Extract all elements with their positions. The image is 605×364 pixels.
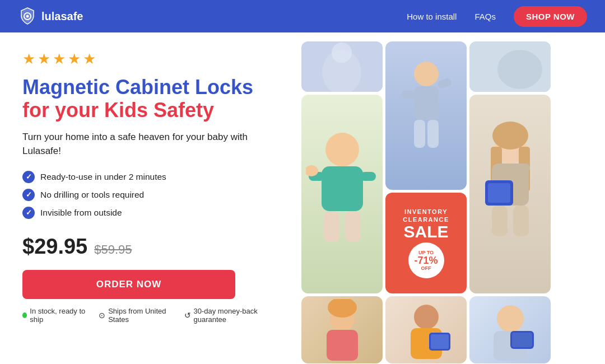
in-stock-label: In stock, ready to ship [30,307,89,324]
check-icon-3 [22,207,35,219]
ship-icon: ⊙ [99,311,105,320]
svg-rect-29 [513,206,529,236]
in-stock-badge: In stock, ready to ship [22,307,89,324]
svg-rect-9 [414,120,425,148]
sale-off: OFF [421,265,431,271]
svg-rect-6 [414,86,439,120]
sale-discount: -71% [414,255,438,265]
svg-rect-16 [360,172,376,181]
header: lulasafe How to install FAQs SHOP NOW [0,0,605,32]
svg-point-1 [26,15,29,18]
svg-point-4 [332,43,352,63]
trust-badges: In stock, ready to ship ⊙ Ships from Uni… [22,307,274,324]
headline-line2: for your Kids Safety [22,99,214,122]
check-icon-1 [22,171,35,183]
svg-point-13 [325,133,359,166]
svg-rect-32 [327,330,358,361]
left-panel: ★ ★ ★ ★ ★ Magnetic Cabinet Locks for you… [0,32,297,364]
grid-cell-9 [469,296,551,363]
cell6-woman [474,119,547,270]
guarantee-badge: ↺ 30-day money-back guarantee [184,307,275,324]
ships-from-label: Ships from United States [108,307,174,324]
grid-cell-4 [301,95,383,293]
svg-rect-14 [322,166,363,211]
svg-point-5 [414,62,439,86]
star-1: ★ [22,50,35,68]
price-row: $29.95 $59.95 [22,235,274,259]
logo-text: lulasafe [41,10,83,23]
nav-faqs[interactable]: FAQs [474,12,496,21]
svg-rect-36 [431,334,449,349]
order-now-button[interactable]: ORDER NOW [22,270,235,299]
cell2-child [393,54,460,178]
cell1-placeholder [301,41,383,92]
svg-point-37 [497,305,524,332]
check-icon-2 [22,189,35,201]
guarantee-label: 30-day money-back guarantee [194,307,275,324]
grid-cell-1 [301,41,383,92]
cell3-placeholder [469,41,551,92]
svg-rect-17 [324,211,339,242]
sale-main-label: SALE [403,223,448,240]
price-current: $29.95 [22,235,87,259]
features-list: Ready-to-use in under 2 minutes No drill… [22,171,274,219]
svg-rect-8 [436,77,452,89]
grid-cell-8 [385,296,467,363]
feature-item-2: No drilling or tools required [22,189,274,201]
headline-line1: Magnetic Cabinet Locks [22,76,253,99]
svg-rect-27 [513,164,530,172]
svg-point-12 [497,50,542,89]
lulasafe-logo-icon [18,7,37,26]
subtitle: Turn your home into a safe heaven for yo… [22,130,263,158]
cell8-woman [393,299,460,361]
grid-cell-6 [469,95,551,293]
grid-cell-7 [301,296,383,363]
sale-label-inventory: INVENTORY CLEARANCE [403,208,449,224]
star-5: ★ [83,50,96,68]
feature-item-1: Ready-to-use in under 2 minutes [22,171,274,183]
svg-rect-40 [512,333,532,347]
star-rating: ★ ★ ★ ★ ★ [22,50,274,68]
headline: Magnetic Cabinet Locks for your Kids Saf… [22,76,274,122]
nav-how-to-install[interactable]: How to install [407,12,457,21]
grid-cell-2 [385,41,467,190]
svg-rect-18 [345,211,361,242]
cell9-woman [474,299,547,361]
cell4-baby [306,119,379,270]
svg-rect-28 [492,206,508,236]
price-old: $59.95 [94,242,132,257]
image-grid: INVENTORY CLEARANCE SALE UP TO -71% OFF [297,37,601,364]
svg-point-33 [414,305,439,329]
right-panel: INVENTORY CLEARANCE SALE UP TO -71% OFF [297,32,605,364]
main-content: ★ ★ ★ ★ ★ Magnetic Cabinet Locks for you… [0,32,605,364]
guarantee-icon: ↺ [184,311,191,320]
feature-item-3: Invisible from outside [22,207,274,219]
svg-point-21 [492,122,528,150]
star-2: ★ [38,50,50,68]
shop-now-button[interactable]: SHOP NOW [514,6,587,27]
green-dot-icon [22,312,27,318]
sale-circle: UP TO -71% OFF [408,242,444,278]
grid-cell-5-sale: INVENTORY CLEARANCE SALE UP TO -71% OFF [385,193,467,293]
star-4: ★ [68,50,81,68]
logo-area: lulasafe [18,7,83,26]
svg-rect-7 [401,91,415,99]
svg-rect-10 [427,120,439,148]
star-3: ★ [53,50,66,68]
feature-label-1: Ready-to-use in under 2 minutes [40,172,166,182]
nav-links: How to install FAQs SHOP NOW [407,6,587,27]
cell7-woman [309,299,376,361]
ships-from-badge: ⊙ Ships from United States [99,307,174,324]
grid-cell-3 [469,41,551,92]
feature-label-3: Invisible from outside [40,208,122,218]
feature-label-2: No drilling or tools required [40,190,144,200]
svg-rect-26 [488,183,510,203]
